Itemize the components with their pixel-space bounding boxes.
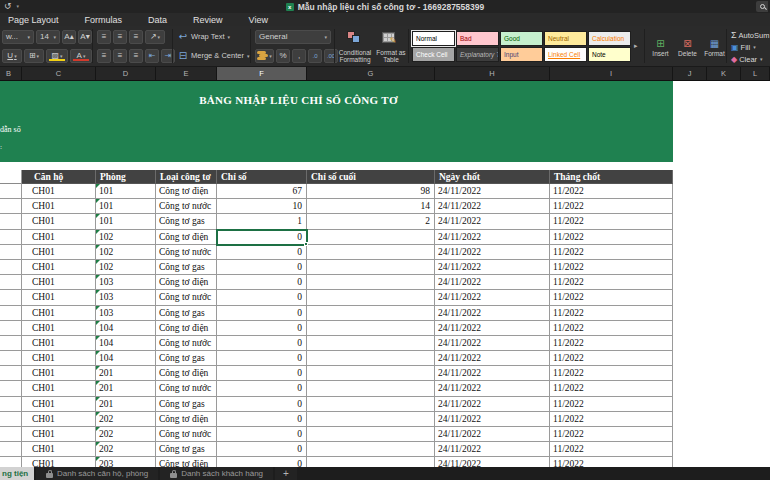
row-spacer-cell[interactable] xyxy=(0,381,22,396)
row-spacer-cell[interactable] xyxy=(0,442,22,457)
cell[interactable]: 24/11/2022 xyxy=(435,381,550,396)
cell[interactable]: 24/11/2022 xyxy=(435,275,550,290)
cell[interactable]: 11/2022 xyxy=(550,230,673,245)
borders-button[interactable]: ⊞▾ xyxy=(24,49,44,63)
row-spacer-cell[interactable] xyxy=(0,275,22,290)
cell[interactable]: 201 xyxy=(96,397,156,412)
cell[interactable]: 11/2022 xyxy=(550,336,673,351)
column-header-F[interactable]: F xyxy=(217,67,307,80)
insert-cells-button[interactable]: ⊞ Insert xyxy=(648,37,673,57)
cell[interactable]: 11/2022 xyxy=(550,290,673,305)
cell[interactable]: Công tơ điện xyxy=(156,275,217,290)
cell[interactable]: 11/2022 xyxy=(550,442,673,457)
sheet-area[interactable]: BẢNG NHẬP LIỆU CHỈ SỐ CÔNG TƠ dẫn số : C… xyxy=(0,81,770,467)
column-header-L[interactable]: L xyxy=(741,67,770,80)
cell[interactable]: 11/2022 xyxy=(550,412,673,427)
cell[interactable]: 24/11/2022 xyxy=(435,397,550,412)
cell[interactable]: 101 xyxy=(96,184,156,199)
align-right-button[interactable]: ≡ xyxy=(129,49,143,63)
autosum-button[interactable]: Σ AutoSum xyxy=(731,29,769,41)
column-header-C[interactable]: C xyxy=(22,67,96,80)
cell[interactable] xyxy=(307,381,435,396)
cell[interactable]: 0 xyxy=(217,366,307,381)
decrease-indent-button[interactable]: ⇤ xyxy=(145,49,159,63)
clear-button[interactable]: ◆ Clear ▾ xyxy=(731,53,769,65)
cell[interactable]: 11/2022 xyxy=(550,397,673,412)
cell[interactable]: 0 xyxy=(217,412,307,427)
cell[interactable]: CH01 xyxy=(22,214,96,229)
cell[interactable]: 102 xyxy=(96,260,156,275)
menu-item-page-layout[interactable]: Page Layout xyxy=(8,15,59,25)
cell[interactable]: 0 xyxy=(217,457,307,467)
cell[interactable]: 201 xyxy=(96,381,156,396)
column-header-I[interactable]: I xyxy=(550,67,673,80)
format-as-table-button[interactable]: Format as Table xyxy=(375,49,407,63)
cell[interactable]: 103 xyxy=(96,290,156,305)
comma-format-button[interactable]: , xyxy=(292,49,306,63)
cell[interactable]: 201 xyxy=(96,366,156,381)
align-left-button[interactable]: ≡ xyxy=(97,49,111,63)
cell[interactable]: Công tơ gas xyxy=(156,351,217,366)
cell[interactable]: Công tơ nước xyxy=(156,290,217,305)
increase-decimal-button[interactable]: .0 xyxy=(308,49,322,63)
cell[interactable]: 202 xyxy=(96,427,156,442)
cell[interactable]: 0 xyxy=(217,427,307,442)
column-header-B[interactable]: B xyxy=(0,67,22,80)
cell[interactable] xyxy=(307,442,435,457)
cell[interactable]: CH01 xyxy=(22,260,96,275)
cell-style-neutral[interactable]: Neutral xyxy=(544,31,587,46)
cell[interactable]: CH01 xyxy=(22,366,96,381)
cell[interactable]: 203 xyxy=(96,457,156,467)
undo-dropdown-icon[interactable]: ▾ xyxy=(17,0,20,13)
table-header-cell-ph-ng[interactable]: Phòng xyxy=(96,170,156,184)
cell[interactable]: Công tơ nước xyxy=(156,381,217,396)
row-spacer-cell[interactable] xyxy=(0,230,22,245)
cell[interactable]: 24/11/2022 xyxy=(435,199,550,214)
align-middle-button[interactable]: ≡ xyxy=(113,30,127,44)
underline-button[interactable]: U▾ xyxy=(2,49,22,63)
cell[interactable] xyxy=(307,397,435,412)
cell[interactable] xyxy=(307,260,435,275)
cell[interactable]: 11/2022 xyxy=(550,199,673,214)
cell[interactable]: 11/2022 xyxy=(550,366,673,381)
cell[interactable]: 24/11/2022 xyxy=(435,260,550,275)
cell[interactable]: 0 xyxy=(217,321,307,336)
cell[interactable]: 98 xyxy=(307,184,435,199)
number-format-dropdown[interactable]: General▾ xyxy=(255,30,331,44)
cell[interactable]: CH01 xyxy=(22,412,96,427)
row-spacer-cell[interactable] xyxy=(0,260,22,275)
cell[interactable]: CH01 xyxy=(22,381,96,396)
table-header-cell-th-ng-ch-t[interactable]: Tháng chốt xyxy=(550,170,673,184)
row-spacer-cell[interactable] xyxy=(0,412,22,427)
cell[interactable]: 11/2022 xyxy=(550,306,673,321)
cell[interactable]: CH01 xyxy=(22,351,96,366)
cell[interactable]: 102 xyxy=(96,245,156,260)
cell[interactable] xyxy=(307,321,435,336)
row-spacer-cell[interactable] xyxy=(0,427,22,442)
menu-item-data[interactable]: Data xyxy=(148,15,167,25)
cell[interactable]: 0 xyxy=(217,442,307,457)
cell[interactable]: Công tơ nước xyxy=(156,336,217,351)
cell[interactable]: 24/11/2022 xyxy=(435,442,550,457)
cell[interactable]: 24/11/2022 xyxy=(435,184,550,199)
cell[interactable]: Công tơ nước xyxy=(156,199,217,214)
cell[interactable]: 0 xyxy=(217,260,307,275)
fill-button[interactable]: ▣ Fill ▾ xyxy=(731,41,769,53)
cell[interactable]: 202 xyxy=(96,412,156,427)
table-header-cell-c-n-h[interactable]: Căn hộ xyxy=(22,170,96,184)
cell[interactable]: CH01 xyxy=(22,336,96,351)
cell[interactable]: 0 xyxy=(217,351,307,366)
cell[interactable]: Công tơ điện xyxy=(156,412,217,427)
cell[interactable]: 11/2022 xyxy=(550,275,673,290)
cell[interactable]: Công tơ gas xyxy=(156,442,217,457)
cell[interactable]: 0 xyxy=(217,275,307,290)
cell[interactable]: CH01 xyxy=(22,397,96,412)
cell[interactable]: Công tơ điện xyxy=(156,184,217,199)
cell[interactable]: CH01 xyxy=(22,457,96,467)
styles-expand-icon[interactable]: ▸ xyxy=(634,42,638,50)
cell[interactable]: 24/11/2022 xyxy=(435,214,550,229)
cell-style-calculation[interactable]: Calculation xyxy=(588,31,631,46)
cell[interactable]: CH01 xyxy=(22,321,96,336)
cell[interactable]: 24/11/2022 xyxy=(435,306,550,321)
table-header-cell-ch-s[interactable]: Chỉ số xyxy=(217,170,307,184)
